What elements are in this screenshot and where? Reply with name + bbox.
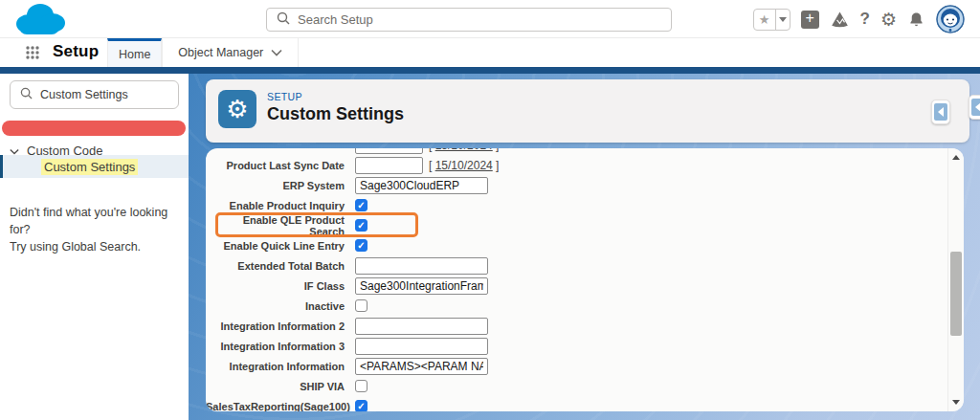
global-search-box[interactable] xyxy=(266,8,672,32)
custom-settings-form-card: [ 15/10/2024 ]Product Last Sync Date[ 15… xyxy=(206,148,964,411)
quick-find-box[interactable] xyxy=(10,80,179,109)
field-row-salestaxreporting-sage100: SalesTaxReporting(Sage100) xyxy=(206,396,947,411)
setup-nav-bar: Setup Home Object Manager xyxy=(0,38,980,67)
user-avatar[interactable] xyxy=(936,5,965,33)
redacted-bar xyxy=(2,121,186,136)
global-header xyxy=(0,0,980,38)
date-picker-link-wrap: [ 15/10/2024 ] xyxy=(429,148,499,152)
search-icon xyxy=(277,11,290,29)
nav-tabs: Home Object Manager xyxy=(107,38,299,67)
scroll-up-icon[interactable] xyxy=(952,155,960,160)
bell-icon[interactable] xyxy=(907,11,925,29)
selected-item-label: Custom Settings xyxy=(41,159,138,175)
field-label: Inactive xyxy=(206,300,345,312)
extended-total-batch-input[interactable] xyxy=(355,257,488,275)
tab-object-manager-label: Object Manager xyxy=(178,46,263,59)
field-row-inactive: Inactive xyxy=(206,296,947,316)
field-row-enable-qle-product-search: Enable QLE Product Search xyxy=(206,215,947,235)
field-row-enable-product-inquiry: Enable Product Inquiry xyxy=(206,195,947,215)
field-row-integration-information-3: Integration Information 3 xyxy=(206,336,947,356)
help-icon[interactable] xyxy=(860,10,870,29)
scrollbar-thumb[interactable] xyxy=(950,252,962,336)
vertical-scrollbar[interactable] xyxy=(947,148,964,411)
chevron-down-icon xyxy=(271,49,282,56)
integration-information-2-input[interactable] xyxy=(355,318,488,335)
search-icon xyxy=(20,86,33,103)
tab-home-label: Home xyxy=(119,48,150,61)
field-label: SalesTaxReporting(Sage100) xyxy=(206,401,345,412)
field-row-integration-information-2: Integration Information 2 xyxy=(206,316,947,336)
field-row-enable-quick-line-entry: Enable Quick Line Entry xyxy=(206,235,947,255)
help-line-1: Didn't find what you're looking for? xyxy=(10,204,189,238)
date-picker-link-wrap: [ 15/10/2024 ] xyxy=(429,159,499,172)
scroll-down-icon[interactable] xyxy=(952,400,960,405)
if-class-input[interactable] xyxy=(355,277,488,295)
global-search-input[interactable] xyxy=(298,12,623,27)
favorites-caret-icon[interactable] xyxy=(775,10,790,30)
erp-system-input[interactable] xyxy=(355,177,488,194)
quick-find-input[interactable] xyxy=(40,88,160,101)
field-row-erp-system: ERP System xyxy=(206,175,947,195)
field-label: Enable Product Inquiry xyxy=(206,200,345,211)
page-title: Custom Settings xyxy=(267,104,404,124)
ship-via-checkbox[interactable] xyxy=(355,380,368,392)
field-row-extended-total-batch: Extended Total Batch xyxy=(206,255,947,276)
inactive-checkbox[interactable] xyxy=(355,299,368,312)
header-actions xyxy=(753,0,965,38)
clipped-field-input[interactable] xyxy=(355,148,423,154)
field-label: Extended Total Batch xyxy=(206,260,345,272)
enable-quick-line-entry-checkbox[interactable] xyxy=(355,239,368,252)
setup-gear-tile-icon xyxy=(218,90,256,128)
sidebar-item-custom-settings[interactable]: Custom Settings xyxy=(0,155,189,178)
sidebar-help-text: Didn't find what you're looking for? Try… xyxy=(10,204,189,255)
field-row-clipped-field: [ 15/10/2024 ] xyxy=(206,148,947,155)
gear-icon[interactable] xyxy=(880,9,897,31)
chevron-left-icon xyxy=(934,103,947,121)
field-label: SHIP VIA xyxy=(206,381,345,392)
page-header-card: SETUP Custom Settings xyxy=(206,79,969,143)
field-label: Product Last Sync Date xyxy=(206,160,345,171)
add-icon[interactable] xyxy=(801,11,819,29)
date-picker-link[interactable]: 15/10/2024 xyxy=(435,159,493,172)
tab-object-manager[interactable]: Object Manager xyxy=(162,38,299,67)
field-label: Integration Information xyxy=(206,361,345,372)
field-row-product-last-sync-date: Product Last Sync Date[ 15/10/2024 ] xyxy=(206,155,947,175)
help-line-2: Try using Global Search. xyxy=(10,238,189,255)
form-rows: [ 15/10/2024 ]Product Last Sync Date[ 15… xyxy=(206,148,947,411)
salesforce-logo-icon xyxy=(8,0,69,42)
page-eyebrow: SETUP xyxy=(267,91,302,102)
split-view-toggle-button[interactable] xyxy=(931,99,950,124)
product-last-sync-date-input[interactable] xyxy=(355,157,423,174)
app-launcher-icon[interactable] xyxy=(25,45,40,64)
field-label: ERP System xyxy=(206,180,345,191)
setup-sidebar: Custom Code Custom Settings Didn't find … xyxy=(0,74,189,420)
integration-information-input[interactable] xyxy=(355,358,488,375)
salestaxreporting-sage100-checkbox[interactable] xyxy=(355,400,368,411)
field-label: IF Class xyxy=(206,280,345,292)
integration-information-3-input[interactable] xyxy=(355,338,488,355)
field-label: Integration Information 2 xyxy=(206,321,345,332)
tab-home[interactable]: Home xyxy=(107,38,162,67)
field-row-if-class: IF Class xyxy=(206,276,947,296)
chevron-left-icon xyxy=(971,99,980,116)
field-label: Integration Information 3 xyxy=(206,341,345,352)
field-label: Enable QLE Product Search xyxy=(206,214,345,237)
field-row-integration-information: Integration Information xyxy=(206,356,947,376)
enable-qle-product-search-checkbox[interactable] xyxy=(355,219,368,232)
split-view-toggle-button[interactable] xyxy=(969,95,980,120)
nav-accent-strip xyxy=(0,67,980,74)
field-row-ship-via: SHIP VIA xyxy=(206,376,947,396)
field-label: Enable Quick Line Entry xyxy=(206,240,345,252)
app-name-label: Setup xyxy=(53,42,99,61)
trailhead-icon[interactable] xyxy=(830,10,850,29)
favorites-star-icon[interactable] xyxy=(754,10,775,30)
date-picker-link[interactable]: 15/10/2024 xyxy=(435,148,493,152)
favorites-combo-button xyxy=(753,9,791,31)
enable-product-inquiry-checkbox[interactable] xyxy=(355,199,368,211)
